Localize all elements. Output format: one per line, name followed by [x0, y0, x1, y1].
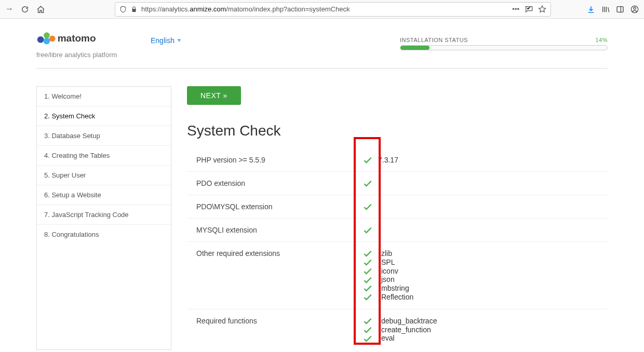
- downloads-icon[interactable]: [587, 5, 595, 13]
- check-row-extensions: Other required extensions zlib SPL iconv…: [187, 242, 608, 309]
- check-label: Other required extensions: [196, 249, 357, 258]
- install-status-percent: 14%: [595, 37, 608, 43]
- lock-icon: [131, 5, 137, 13]
- svg-text:matomo: matomo: [58, 33, 96, 44]
- sidebar-item-creating-tables[interactable]: 4. Creating the Tables: [37, 146, 171, 166]
- bookmark-star-icon[interactable]: [538, 5, 546, 13]
- check-row: PHP version >= 5.5.9 7.3.17: [187, 148, 608, 172]
- sidebar-item-setup-website[interactable]: 6. Setup a Website: [37, 185, 171, 205]
- sidebar-item-congratulations[interactable]: 8. Congratulations: [37, 225, 171, 244]
- back-forward-icon[interactable]: →: [5, 4, 14, 13]
- matomo-logo: matomo: [36, 28, 135, 49]
- check-icon: [364, 226, 372, 234]
- home-icon[interactable]: [36, 4, 45, 13]
- check-icon: [364, 156, 372, 164]
- check-icon: [357, 275, 378, 284]
- logo-block: matomo free/libre analytics platform: [36, 28, 135, 59]
- language-label: English: [151, 36, 175, 45]
- func-item: debug_backtrace: [381, 317, 437, 326]
- sidebar-item-welcome[interactable]: 1. Welcome!: [37, 87, 171, 106]
- sidebar-item-super-user[interactable]: 5. Super User: [37, 166, 171, 185]
- ext-item: json: [381, 275, 395, 284]
- sidebar-toggle-icon[interactable]: [616, 5, 624, 13]
- account-icon[interactable]: [630, 5, 639, 13]
- check-label: PHP version >= 5.5.9: [196, 156, 357, 164]
- ext-item: iconv: [381, 267, 398, 276]
- chevron-down-icon: ▼: [177, 37, 182, 43]
- tagline: free/libre analytics platform: [36, 51, 135, 59]
- check-row-functions: Required functions debug_backtrace creat…: [187, 309, 608, 350]
- sidebar-item-js-tracking[interactable]: 7. JavaScript Tracking Code: [37, 205, 171, 225]
- check-label: PDO extension: [196, 179, 357, 187]
- shield-icon: [119, 5, 127, 13]
- url-bar[interactable]: https://analytics.anmize.com/matomo/inde…: [115, 2, 551, 17]
- system-check-table: PHP version >= 5.5.9 7.3.17 PDO extensio…: [187, 148, 608, 350]
- install-status-label: INSTALLATION STATUS: [400, 37, 468, 43]
- check-icon: [364, 202, 372, 211]
- divider: [36, 68, 608, 69]
- check-row: PDO\MYSQL extension: [187, 195, 608, 219]
- install-steps-sidebar: 1. Welcome! 2. System Check 3. Database …: [36, 86, 171, 350]
- sidebar-item-database-setup[interactable]: 3. Database Setup: [37, 126, 171, 146]
- ext-item: SPL: [381, 258, 395, 267]
- func-item: create_function: [381, 326, 431, 334]
- check-row: PDO extension: [187, 172, 608, 195]
- check-icon: [357, 249, 378, 258]
- check-label: PDO\MYSQL extension: [196, 202, 357, 211]
- svg-rect-0: [617, 7, 623, 12]
- check-row: MYSQLI extension: [187, 219, 608, 242]
- check-icon: [364, 179, 372, 187]
- svg-point-2: [634, 7, 636, 9]
- browser-chrome: → https://analytics.anmize.com/matomo/in…: [0, 0, 644, 19]
- func-item: eval: [381, 334, 395, 343]
- sidebar-item-system-check[interactable]: 2. System Check: [37, 106, 171, 126]
- progress-bar: [400, 45, 608, 50]
- ext-item: Reflection: [381, 293, 413, 302]
- reload-icon[interactable]: [21, 4, 29, 13]
- check-icon: [357, 258, 378, 267]
- library-icon[interactable]: [601, 5, 610, 13]
- page-title: System Check: [187, 123, 608, 139]
- next-button[interactable]: NEXT »: [187, 86, 241, 105]
- check-icon: [357, 284, 378, 293]
- check-label: MYSQLI extension: [196, 226, 357, 234]
- url-text: https://analytics.anmize.com/matomo/inde…: [141, 5, 508, 13]
- check-icon: [357, 293, 378, 302]
- check-value: 7.3.17: [378, 156, 398, 164]
- check-label: Required functions: [196, 317, 357, 325]
- install-status: INSTALLATION STATUS 14%: [400, 37, 608, 50]
- ext-item: zlib: [381, 249, 392, 258]
- pageaction-icon[interactable]: [525, 5, 533, 13]
- check-icon: [357, 267, 378, 276]
- check-icon: [357, 326, 378, 334]
- check-icon: [357, 317, 378, 326]
- check-icon: [357, 334, 378, 343]
- language-selector[interactable]: English ▼: [151, 36, 182, 45]
- more-icon[interactable]: •••: [512, 5, 519, 13]
- ext-item: mbstring: [381, 284, 409, 293]
